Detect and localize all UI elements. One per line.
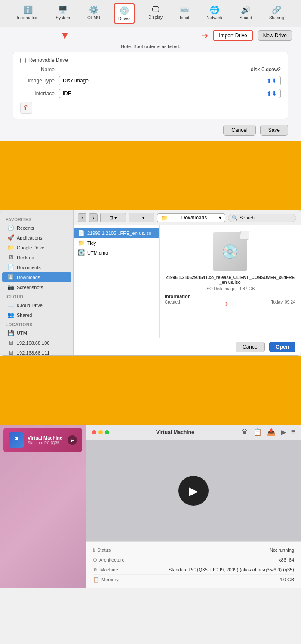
utm-window-title: Virtual Machine	[156, 429, 194, 435]
qemu-icon: ⚙️	[89, 5, 98, 15]
search-placeholder: Search	[240, 215, 255, 220]
finder-sidebar: Favorites 🕐 Recents 🚀 Applications 📁 Goo…	[0, 210, 74, 355]
removable-drive-label: Removable Drive	[28, 57, 68, 63]
close-dot[interactable]	[92, 430, 96, 434]
finder-main: ‹ › ⊞ ▾ ≡ ▾ 📁 Downloads ▾ 🔍 Search	[74, 210, 301, 355]
sidebar-item-documents[interactable]: 📄 Documents	[2, 262, 71, 272]
architecture-label: ⊙ Architecture	[93, 557, 125, 563]
delete-drive-button[interactable]: 🗑	[20, 102, 32, 114]
sidebar-item-shared[interactable]: 👥 Shared	[2, 310, 71, 320]
toolbar-item-display[interactable]: 🖵 Display	[145, 3, 166, 24]
finder-open-dialog: Favorites 🕐 Recents 🚀 Applications 📁 Goo…	[0, 210, 301, 356]
image-type-select[interactable]: Disk Image ⬆⬇	[59, 76, 281, 85]
toolbar-item-system[interactable]: 🖥️ System	[52, 3, 74, 24]
toolbar-item-sound[interactable]: 🔊 Sound	[236, 3, 255, 24]
utm-content-area[interactable]: ▶	[86, 440, 301, 541]
locations-header: Locations	[0, 320, 73, 328]
maximize-dot[interactable]	[105, 430, 109, 434]
finder-bottom-buttons: Cancel Open	[74, 338, 301, 355]
toolbar-item-sharing[interactable]: 🔗 Sharing	[266, 3, 287, 24]
sidebar-item-recents[interactable]: 🕐 Recents	[2, 223, 71, 233]
finder-body: 📄 21996.1.2105...FRE_en-us.iso 📁 Tidy 💽 …	[74, 225, 301, 338]
toolbar-item-information[interactable]: ℹ️ Information	[14, 3, 42, 24]
sidebar-item-ip2[interactable]: 🖥 192.168.68.111	[2, 348, 71, 356]
trash-icon[interactable]: 🗑	[241, 428, 248, 436]
image-type-dropdown-icon: ⬆⬇	[267, 77, 277, 84]
finder-cancel-button[interactable]: Cancel	[236, 342, 265, 352]
vm-list-item-virtual-machine[interactable]: 🖥 Virtual Machine Standard PC (Q35 + ICH…	[3, 428, 82, 452]
window-dots	[92, 430, 109, 434]
created-label: Created	[165, 300, 180, 308]
machine-icon: 🖥	[93, 567, 98, 573]
sidebar-item-screenshots[interactable]: 📷 Screenshots	[2, 282, 71, 292]
play-icon[interactable]: ▶	[281, 428, 286, 436]
back-button[interactable]: ‹	[78, 213, 86, 222]
architecture-value: x86_64	[279, 557, 294, 562]
forward-button[interactable]: ›	[89, 213, 98, 222]
yellow-spacer-1	[0, 141, 301, 210]
menu-icon[interactable]: ≡	[291, 428, 295, 436]
removable-drive-checkbox[interactable]	[20, 58, 26, 63]
status-row: ℹ Status Not running	[93, 545, 294, 555]
new-drive-button[interactable]: New Drive	[258, 30, 292, 41]
big-play-button[interactable]: ▶	[178, 476, 209, 506]
toolbar-item-input[interactable]: ⌨️ Input	[176, 3, 193, 24]
recents-icon: 🕐	[7, 225, 14, 231]
interface-field-row: Interface IDE ⬆⬇	[20, 89, 281, 98]
toolbar: ℹ️ Information 🖥️ System ⚙️ QEMU 💿 Drive…	[0, 0, 301, 27]
sidebar-item-applications[interactable]: 🚀 Applications	[2, 233, 71, 243]
utm-info-panel: ℹ Status Not running ⊙ Architecture x86_…	[86, 541, 301, 588]
interface-select[interactable]: IDE ⬆⬇	[59, 89, 281, 98]
list-view-button[interactable]: ≡ ▾	[129, 213, 154, 222]
toolbar-label-information: Information	[17, 15, 39, 20]
toolbar-label-network: Network	[206, 15, 222, 20]
finder-open-button[interactable]: Open	[269, 342, 295, 352]
memory-label: 📋 Memory	[93, 577, 119, 583]
image-type-label: Image Type	[20, 78, 59, 84]
icloud-drive-icon: ☁️	[7, 302, 14, 308]
toolbar-label-display: Display	[148, 15, 163, 20]
sidebar-item-icloud-drive[interactable]: ☁️ iCloud Drive	[2, 300, 71, 310]
boot-note: Note: Boot order is as listed.	[0, 44, 301, 52]
utm-location-icon: 💾	[7, 330, 14, 336]
utm-titlebar: Virtual Machine 🗑 📋 📤 ▶ ≡	[86, 425, 301, 440]
search-bar[interactable]: 🔍 Search	[228, 214, 296, 222]
desktop-icon: 🖥	[7, 254, 14, 261]
downloads-icon: ⬇️	[7, 274, 14, 280]
file-item-tidy[interactable]: 📁 Tidy	[74, 238, 159, 248]
sidebar-item-downloads[interactable]: ⬇️ Downloads	[2, 272, 71, 282]
import-drive-button[interactable]: Import Drive	[213, 30, 253, 41]
clipboard-icon[interactable]: 📋	[253, 428, 262, 436]
image-type-field-row: Image Type Disk Image ⬆⬇	[20, 76, 281, 85]
save-button[interactable]: Save	[260, 125, 288, 136]
sidebar-label-screenshots: Screenshots	[17, 285, 43, 290]
file-name-utm-dmg: UTM.dmg	[87, 250, 108, 255]
google-drive-icon: 📁	[7, 244, 14, 251]
arrow-row: ▼ ➔ Import Drive New Drive	[0, 27, 301, 44]
image-type-value: Disk Image	[63, 78, 89, 84]
cancel-button[interactable]: Cancel	[223, 125, 255, 136]
preview-info-header: Information	[165, 294, 191, 299]
toolbar-label-sharing: Sharing	[269, 15, 284, 20]
sidebar-item-ip1[interactable]: 🖥 192.168.68.100	[2, 338, 71, 348]
toolbar-item-network[interactable]: 🌐 Network	[203, 3, 226, 24]
sidebar-label-downloads: Downloads	[17, 275, 40, 280]
location-bar[interactable]: 📁 Downloads ▾	[157, 213, 225, 222]
file-item-utm-dmg[interactable]: 💽 UTM.dmg	[74, 248, 159, 258]
sidebar-item-google-drive[interactable]: 📁 Google Drive	[2, 243, 71, 252]
sidebar-label-ip1: 192.168.68.100	[17, 340, 49, 346]
sidebar-label-recents: Recents	[17, 225, 34, 231]
sidebar-item-utm[interactable]: 💾 UTM	[2, 328, 71, 338]
share-icon[interactable]: 📤	[267, 428, 276, 436]
toolbar-item-drives[interactable]: 💿 Drives	[114, 3, 135, 24]
finder-window: Favorites 🕐 Recents 🚀 Applications 📁 Goo…	[0, 210, 301, 356]
interface-label: Interface	[20, 91, 59, 97]
file-item-iso[interactable]: 📄 21996.1.2105...FRE_en-us.iso	[74, 228, 159, 238]
sidebar-item-desktop[interactable]: 🖥 Desktop	[2, 252, 71, 262]
preview-filename: 21996.1.210529-1541.co_release_CLIENT_CO…	[165, 275, 295, 285]
icon-view-button[interactable]: ⊞ ▾	[100, 213, 126, 222]
vm-play-button[interactable]: ▶	[68, 435, 77, 445]
bottom-buttons: Cancel Save	[0, 119, 301, 141]
minimize-dot[interactable]	[98, 430, 103, 434]
toolbar-item-qemu[interactable]: ⚙️ QEMU	[84, 3, 104, 24]
